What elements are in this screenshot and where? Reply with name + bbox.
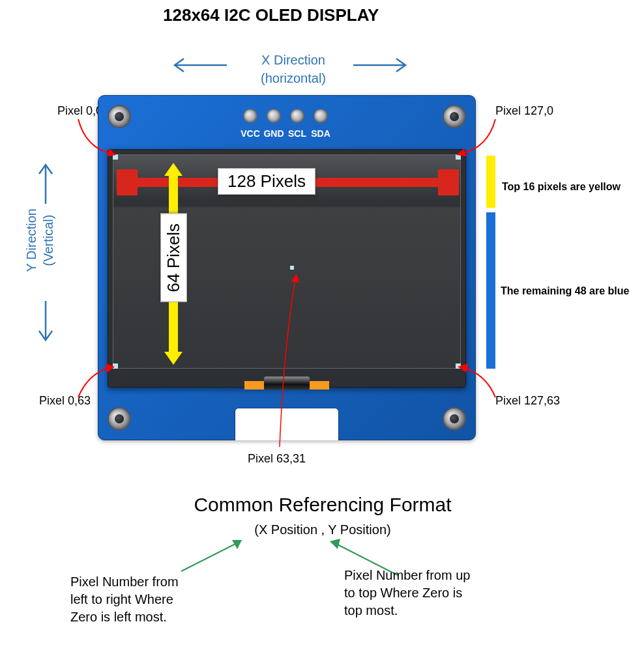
y-dir-line1: Y Direction (24, 208, 38, 272)
blue-bar (486, 212, 495, 369)
y-direction-label: Y Direction (Vertical) (23, 208, 57, 272)
y-desc: Pixel Number from up to top Where Zero i… (344, 567, 475, 619)
pin-pad-icon (267, 109, 281, 123)
y-dir-line2: (Vertical) (41, 214, 55, 266)
x-dir-line1: X Direction (261, 53, 325, 67)
pin-vcc-label: VCC (239, 128, 261, 139)
width-label-box: 128 Pixels (218, 168, 315, 195)
pointer-arrow-center-icon (271, 272, 323, 455)
x-desc: Pixel Number from left to right Where Ze… (70, 573, 194, 626)
svg-line-6 (181, 543, 238, 571)
x-left-arrow-icon (169, 55, 228, 75)
pixel-tr-label: Pixel 127,0 (495, 104, 553, 118)
green-arrow-left-icon (176, 537, 248, 576)
blue-region-label: The remaining 48 are blue (501, 285, 629, 297)
center-pixel-icon (290, 266, 294, 270)
yellow-bar (486, 156, 495, 208)
pin-pad-icon (243, 109, 257, 123)
pointer-arrow-bl-icon (72, 363, 124, 403)
page-title: 128x64 I2C OLED DISPLAY (163, 5, 379, 25)
yellow-region-label: Top 16 pixels are yellow (502, 181, 621, 193)
x-direction-label: X Direction (horizontal) (241, 51, 345, 87)
pin-sda-label: SDA (310, 128, 332, 139)
pixel-br-label: Pixel 127,63 (495, 394, 560, 408)
format-title: Common Referencing Format (160, 494, 486, 516)
pin-gnd-label: GND (263, 128, 285, 139)
screw-hole-icon (108, 407, 131, 431)
y-up-arrow-icon (36, 160, 55, 205)
format-subtitle: (X Position , Y Position) (209, 522, 437, 537)
pin-pad-icon (290, 109, 304, 123)
x-right-arrow-icon (352, 55, 411, 75)
pointer-arrow-br-icon (450, 363, 502, 403)
pointer-arrow-tr-icon (448, 116, 501, 162)
y-down-arrow-icon (36, 300, 55, 345)
pin-scl-label: SCL (286, 128, 308, 139)
height-label-box: 64 Pixels (160, 214, 187, 302)
x-dir-line2: (horizontal) (261, 71, 326, 85)
pointer-arrow-tl-icon (73, 116, 125, 162)
pin-pad-icon (314, 109, 328, 123)
screw-hole-icon (443, 407, 466, 431)
